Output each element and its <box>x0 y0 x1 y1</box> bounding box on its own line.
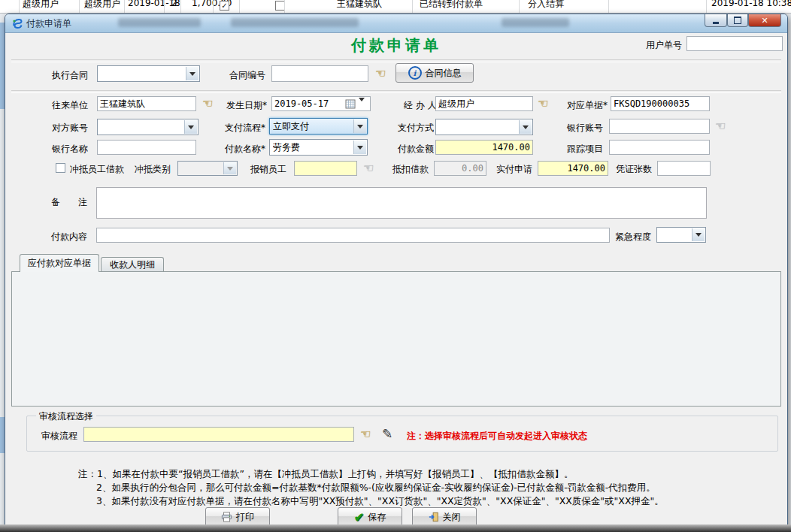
info-icon: i <box>408 66 422 80</box>
user-no-label: 用户单号 <box>646 39 682 52</box>
operator-label: 经 办 人 <box>404 99 437 112</box>
pay-flow-select[interactable]: 立即支付 <box>269 118 368 135</box>
date-dropdown-icon[interactable] <box>359 101 365 116</box>
note-line-2: 2、如果执行的分包合同，那么可付款金额=付款基数*付款限额%-(应收履约保证金-… <box>96 482 656 494</box>
user-no-input[interactable] <box>686 36 783 51</box>
contract-info-button[interactable]: i 合同信息 <box>396 63 474 83</box>
voucher-count-label: 凭证张数 <box>616 163 652 176</box>
doc-no-label: 对应单据* <box>567 99 608 112</box>
actual-apply-label: 实付申请 <box>496 163 532 176</box>
reimburse-employee-input[interactable] <box>294 161 357 176</box>
app-icon <box>11 17 23 29</box>
button-label: 打印 <box>236 511 254 524</box>
close-icon: ✕ <box>761 16 768 26</box>
tab-payable-docs[interactable]: 应付款对应单据 <box>20 254 99 272</box>
actual-apply-input[interactable]: 1470.00 <box>538 161 608 176</box>
pen-icon[interactable]: ✎ <box>382 426 392 441</box>
approval-lookup-hand-icon[interactable]: ☜ <box>360 428 371 440</box>
track-project-input[interactable] <box>609 140 710 155</box>
pay-amount-label: 付款金额 <box>398 143 434 156</box>
dialog-titlebar[interactable]: 付款申请单 ✕ <box>5 14 787 33</box>
check-icon: ✔ <box>354 510 364 524</box>
chevron-down-icon <box>223 162 236 174</box>
bg-cell: 已结转到付款单 <box>420 0 483 11</box>
note-line-3: 3、如果付款没有对应付款单据，请在付款名称中写明"XX预付款"、"XX订货款"、… <box>96 495 664 508</box>
bank-name-input[interactable] <box>97 140 196 155</box>
urgency-select[interactable] <box>656 227 706 243</box>
operator-input[interactable]: 超级用户 <box>435 96 533 111</box>
remark-textarea[interactable] <box>96 187 707 219</box>
deduct-loan-input: 0.00 <box>434 161 486 176</box>
note-line-1: 注：1、如果在付款中要“报销员工借款”，请在【冲抵员工借款】上打钩，并填写好【报… <box>78 468 573 481</box>
bg-cell: 2 <box>171 0 177 8</box>
pay-name-select[interactable]: 劳务费 <box>269 139 368 156</box>
reimburse-lookup-hand-icon: ☜ <box>363 162 374 174</box>
bank-account-lookup-hand-icon: ☜ <box>715 120 726 132</box>
operator-lookup-hand-icon[interactable]: ☜ <box>538 98 548 110</box>
offset-type-select <box>177 161 238 176</box>
background-window-grid-row[interactable]: 超级用户 超级用户 2019-01-18 2 1,700.00 ✓ 王猛建筑队 … <box>0 0 791 14</box>
doc-no-input[interactable]: FKSQD190000035 <box>611 96 710 111</box>
contract-label: 执行合同 <box>52 69 88 82</box>
chevron-down-icon[interactable] <box>353 119 366 133</box>
button-label: 保存 <box>368 511 386 524</box>
minimize-icon <box>713 22 719 24</box>
checkbox-checked-icon[interactable]: ✓ <box>220 1 229 11</box>
voucher-count-input[interactable] <box>657 161 711 176</box>
pay-method-label: 支付方式 <box>398 122 434 135</box>
separator <box>11 90 781 93</box>
pay-flow-label: 支付流程* <box>225 122 265 135</box>
pay-amount-input[interactable]: 1470.00 <box>435 140 533 155</box>
counter-account-label: 对方账号 <box>52 122 88 135</box>
approval-flow-input[interactable] <box>83 427 354 442</box>
minimize-button[interactable] <box>705 14 727 27</box>
tab-label: 收款人明细 <box>110 258 155 271</box>
approval-flow-label: 审核流程 <box>41 430 77 443</box>
chevron-down-icon[interactable] <box>186 67 199 80</box>
remark-label: 备 注 <box>51 196 87 209</box>
dialog-title: 付款申请单 <box>26 17 71 30</box>
bg-cell: 超级用户 <box>23 0 59 11</box>
vendor-lookup-hand-icon[interactable]: ☜ <box>202 98 213 110</box>
chevron-down-icon[interactable] <box>519 120 532 134</box>
tab-label: 应付款对应单据 <box>28 257 91 270</box>
window-bottom-edge <box>0 524 791 532</box>
printer-icon <box>221 512 232 522</box>
vendor-label: 往来单位 <box>52 99 88 112</box>
screen: 超级用户 超级用户 2019-01-18 2 1,700.00 ✓ 王猛建筑队 … <box>0 0 791 532</box>
maximize-button[interactable] <box>727 14 748 27</box>
glass-blur-artifact <box>231 18 359 27</box>
track-project-label: 跟踪项目 <box>567 143 603 156</box>
deduct-loan-label: 抵扣借款 <box>392 163 429 176</box>
pay-method-select[interactable] <box>435 119 533 135</box>
date-input[interactable]: 2019-05-17 <box>271 96 371 111</box>
offset-loan-checkbox[interactable] <box>56 163 65 173</box>
contract-select[interactable] <box>97 65 200 82</box>
bank-account-label: 银行账号 <box>567 122 603 135</box>
calendar-icon[interactable] <box>345 98 356 112</box>
tab-payee-detail[interactable]: 收款人明细 <box>101 257 164 272</box>
pay-name-value: 劳务费 <box>273 141 353 154</box>
approval-group-label: 审核流程选择 <box>36 410 96 423</box>
chevron-down-icon[interactable] <box>353 141 366 154</box>
lookup-hand-icon[interactable]: ☜ <box>375 68 386 80</box>
date-label: 发生日期* <box>226 99 267 112</box>
close-window-button[interactable]: ✕ <box>748 14 781 27</box>
bg-cell: 王猛建筑队 <box>337 0 382 11</box>
vendor-input[interactable]: 王猛建筑队 <box>97 96 196 111</box>
chevron-down-icon[interactable] <box>692 228 705 241</box>
reimburse-employee-label: 报销员工 <box>250 163 286 176</box>
contract-no-input[interactable] <box>271 65 368 82</box>
counter-account-select[interactable] <box>97 119 199 135</box>
bg-cell: 分入结算 <box>528 0 564 11</box>
bg-cell: 超级用户 <box>84 0 120 11</box>
maximize-icon <box>734 17 741 24</box>
chevron-down-icon[interactable] <box>184 120 197 134</box>
glass-blur-artifact <box>502 18 569 27</box>
offset-type-label: 冲抵类别 <box>135 163 171 176</box>
payment-request-dialog: 付款申请单 ✕ 付款申请单 用户单号 执行合同 合同编号 ☜ i 合同信息 往来… <box>5 14 788 532</box>
exit-door-icon <box>429 512 439 522</box>
bank-account-input[interactable] <box>609 119 710 134</box>
pay-flow-value: 立即支付 <box>273 120 353 133</box>
pay-content-input[interactable] <box>96 228 610 243</box>
